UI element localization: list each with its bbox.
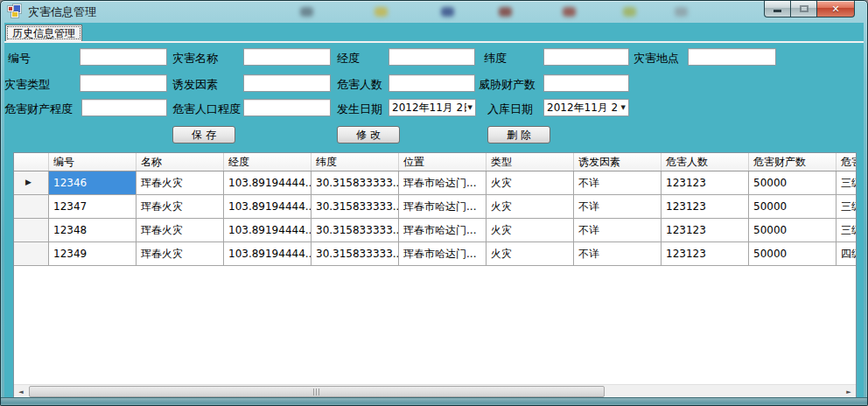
titlebar[interactable]: 灾害信息管理 ✕ (1, 1, 867, 23)
trigger-factor-label: 诱发因素 (172, 77, 218, 93)
grid-cell[interactable]: 30.315833333... (312, 242, 399, 265)
disaster-type-label: 灾害类型 (4, 77, 50, 93)
scroll-right-icon[interactable]: ► (842, 385, 856, 398)
scroll-left-icon[interactable]: ◄ (14, 385, 28, 398)
grid-cell[interactable]: 103.89194444... (224, 219, 312, 242)
grid-cell[interactable]: 不详 (574, 242, 662, 265)
app-window: 灾害信息管理 ✕ 历史信息管理 编号 灾害名称 经度 纬度 灾害地点 (0, 0, 868, 406)
grid-cell[interactable]: 不详 (574, 195, 662, 218)
disaster-type-field[interactable] (80, 74, 167, 92)
grid-cell[interactable]: 珲春火灾 (136, 195, 224, 218)
occur-date-label: 发生日期 (337, 102, 382, 117)
glass-reflection (623, 7, 636, 17)
property-damage-degree-field[interactable] (81, 99, 167, 116)
grid-cell[interactable]: 三级 (836, 219, 857, 242)
chevron-down-icon: ▼ (468, 104, 472, 111)
glass-reflection (374, 7, 388, 17)
row-header[interactable] (14, 219, 49, 242)
row-header[interactable] (14, 195, 49, 218)
latitude-field[interactable] (543, 48, 629, 66)
column-header[interactable]: 经度 (224, 153, 312, 171)
column-header[interactable]: 编号 (49, 153, 136, 171)
grid-cell[interactable]: 30.315833333... (312, 219, 399, 242)
grid-cell[interactable]: 50000 (749, 242, 836, 265)
table-row: 12347珲春火灾103.89194444...30.315833333...珲… (14, 195, 856, 219)
grid-cell[interactable]: 珲春火灾 (136, 242, 224, 265)
app-icon (8, 4, 23, 18)
grid-cell[interactable]: 123123 (662, 172, 749, 194)
grid-cell[interactable]: 珲春市哈达门... (399, 195, 486, 218)
column-header[interactable]: 危害财产数 (749, 153, 836, 171)
column-header[interactable]: 位置 (399, 153, 486, 171)
glass-reflection (499, 7, 512, 17)
scrollbar-thumb[interactable] (29, 386, 605, 397)
grid-cell[interactable]: 珲春市哈达门... (399, 219, 486, 242)
entry-date-picker[interactable]: 2012年11月 2日 ▼ (543, 99, 629, 116)
grid-cell[interactable]: 50000 (749, 195, 836, 218)
save-button[interactable]: 保 存 (172, 126, 235, 144)
property-damage-degree-label: 危害财产程度 (4, 102, 73, 117)
grid-cell[interactable]: 珲春市哈达门... (399, 172, 486, 194)
window-title: 灾害信息管理 (28, 4, 96, 20)
id-field[interactable] (80, 48, 167, 66)
column-header[interactable]: 危害 (836, 153, 857, 171)
grid-rows: ▶12346珲春火灾103.89194444...30.315833333...… (14, 172, 856, 266)
grid-corner-cell[interactable] (14, 153, 49, 171)
grid-cell[interactable]: 12349 (49, 242, 136, 265)
tab-history-info[interactable]: 历史信息管理 (5, 24, 82, 41)
column-header[interactable]: 诱发因素 (574, 153, 662, 171)
grid-cell[interactable]: 30.315833333... (312, 172, 399, 194)
threatened-property-field[interactable] (543, 74, 629, 92)
grid-cell[interactable]: 123123 (662, 242, 749, 265)
minimize-button[interactable] (764, 1, 790, 18)
window-controls: ✕ (764, 1, 855, 18)
app-icon-red-pane (8, 6, 13, 11)
grid-cell[interactable]: 火灾 (486, 172, 574, 194)
grid-cell[interactable]: 不详 (574, 172, 662, 194)
grid-cell[interactable]: 12348 (49, 219, 136, 242)
grid-cell[interactable]: 103.89194444... (224, 195, 312, 218)
threatened-property-label: 威胁财产数 (479, 77, 536, 93)
table-row: 12349珲春火灾103.89194444...30.315833333...珲… (14, 242, 856, 266)
location-field[interactable] (688, 48, 776, 66)
grid-cell[interactable]: 珲春火灾 (136, 219, 224, 242)
disaster-table: 编号名称经度纬度位置类型诱发因素危害人数危害财产数危害 ▶12346珲春火灾10… (13, 152, 857, 399)
grid-cell[interactable]: 三级 (836, 172, 857, 194)
row-indicator-icon: ▶ (25, 178, 32, 186)
grid-cell[interactable]: 50000 (749, 172, 836, 194)
population-damage-degree-field[interactable] (243, 99, 331, 116)
grid-cell[interactable]: 123123 (662, 195, 749, 218)
grid-cell[interactable]: 四级 (836, 242, 857, 265)
column-header[interactable]: 名称 (136, 153, 224, 171)
grid-cell[interactable]: 103.89194444... (224, 172, 312, 194)
grid-cell[interactable]: 12346 (49, 172, 136, 194)
trigger-factor-field[interactable] (243, 74, 331, 92)
grid-cell[interactable]: 50000 (749, 219, 836, 242)
horizontal-scrollbar[interactable]: ◄ ► (14, 384, 856, 398)
grid-cell[interactable]: 三级 (836, 195, 857, 218)
close-icon: ✕ (831, 4, 839, 14)
row-header[interactable]: ▶ (14, 172, 49, 194)
grid-cell[interactable]: 103.89194444... (224, 242, 312, 265)
disaster-name-field[interactable] (243, 48, 331, 66)
row-header[interactable] (14, 242, 49, 265)
grid-cell[interactable]: 30.315833333... (312, 195, 399, 218)
modify-button[interactable]: 修 改 (337, 126, 400, 144)
delete-button[interactable]: 删 除 (487, 126, 550, 144)
grid-cell[interactable]: 不详 (574, 219, 662, 242)
column-header[interactable]: 类型 (486, 153, 574, 171)
harmed-people-field[interactable] (388, 74, 475, 92)
grid-cell[interactable]: 火灾 (486, 195, 574, 218)
longitude-field[interactable] (388, 48, 475, 66)
close-button[interactable]: ✕ (816, 1, 855, 18)
grid-cell[interactable]: 珲春火灾 (136, 172, 224, 194)
occur-date-picker[interactable]: 2012年11月 2日 ▼ (388, 99, 476, 116)
maximize-button[interactable] (790, 1, 816, 18)
grid-cell[interactable]: 珲春市哈达门... (399, 242, 486, 265)
column-header[interactable]: 纬度 (312, 153, 399, 171)
grid-cell[interactable]: 12347 (49, 195, 136, 218)
grid-cell[interactable]: 123123 (662, 219, 749, 242)
grid-cell[interactable]: 火灾 (486, 242, 574, 265)
column-header[interactable]: 危害人数 (662, 153, 749, 171)
grid-cell[interactable]: 火灾 (486, 219, 574, 242)
